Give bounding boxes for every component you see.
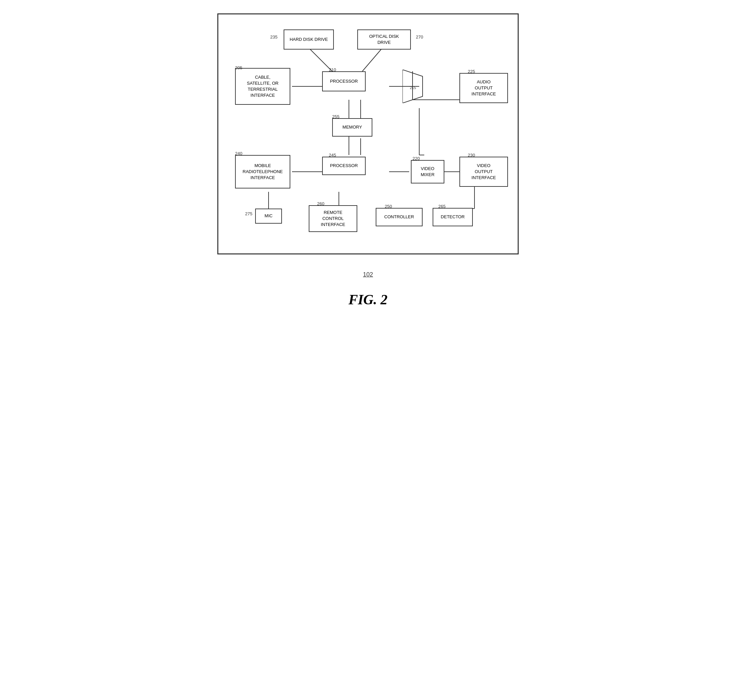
audio-output-block: AUDIOOUTPUTINTERFACE <box>459 73 508 103</box>
svg-text:215: 215 <box>410 86 416 90</box>
diagram: HARD DISK DRIVE 235 OPTICAL DISKDRIVE 27… <box>217 13 519 254</box>
mic-block: MIC <box>255 209 282 224</box>
detector-label: 265 <box>438 204 446 209</box>
controller-block: CONTROLLER <box>376 208 422 226</box>
mic-label: 275 <box>245 211 252 216</box>
video-mixer-label: 220 <box>412 156 420 161</box>
memory-label: 255 <box>332 114 340 119</box>
processor-top-label: 210 <box>329 67 336 72</box>
cable-satellite-block: CABLE,SATELLITE, ORTERRESTRIALINTERFACE <box>235 68 290 105</box>
remote-control-block: REMOTECONTROLINTERFACE <box>309 205 357 232</box>
optical-disk-drive-label: 270 <box>416 34 423 40</box>
mobile-radio-block: MOBILERADIOTELEPHONEINTERFACE <box>235 155 290 188</box>
remote-control-label: 260 <box>317 201 324 206</box>
video-output-block: VIDEOOUTPUTINTERFACE <box>459 157 508 187</box>
memory-block: MEMORY <box>332 118 372 137</box>
hard-disk-drive-block: HARD DISK DRIVE <box>284 29 334 50</box>
mobile-radio-label: 240 <box>235 151 243 156</box>
audio-output-label: 225 <box>468 69 475 74</box>
figure-number: 102 <box>363 271 373 278</box>
trapezoid-symbol: 215 <box>402 70 426 103</box>
controller-label: 250 <box>385 204 392 209</box>
figure-title: FIG. 2 <box>349 291 388 308</box>
processor-bottom-block: PROCESSOR <box>322 157 366 175</box>
processor-top-block: PROCESSOR <box>322 71 366 91</box>
video-output-label: 230 <box>468 153 475 158</box>
cable-satellite-label: 205 <box>235 65 243 70</box>
svg-line-1 <box>362 48 383 71</box>
processor-bottom-label: 245 <box>329 153 336 158</box>
detector-block: DETECTOR <box>433 208 473 226</box>
hard-disk-drive-label: 235 <box>270 34 278 40</box>
video-mixer-block: VIDEOMIXER <box>411 160 445 184</box>
optical-disk-drive-block: OPTICAL DISKDRIVE <box>357 29 411 50</box>
